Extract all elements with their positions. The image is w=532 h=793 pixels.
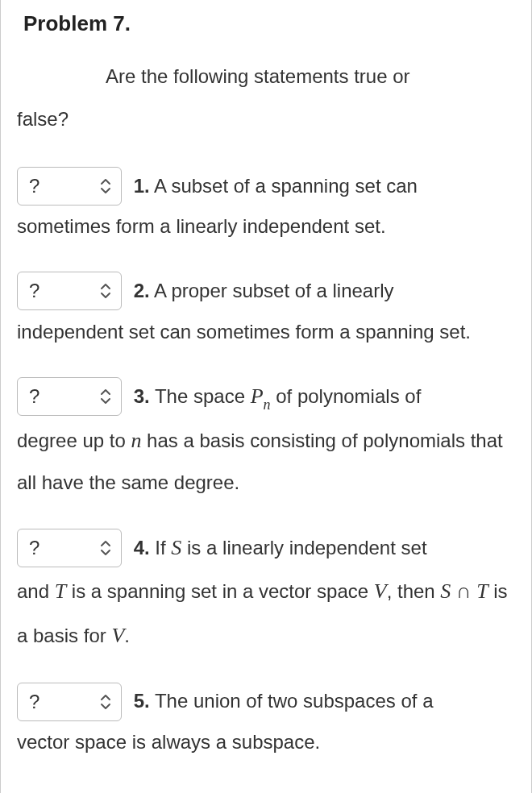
- statement-5: ? 5. The union of two subspaces of a vec…: [17, 680, 515, 762]
- statement-text: 5. The union of two subspaces of a: [134, 691, 434, 712]
- math-var: n: [131, 429, 141, 452]
- statement-text: 3. The space Pn of polynomials of: [134, 385, 422, 407]
- statement-rest: vector space is always a subspace.: [17, 731, 320, 753]
- statement-lead-b: of polynomials of: [271, 385, 422, 407]
- statement-rest-e: .: [124, 625, 130, 646]
- statement-rest-b: is a spanning set in a vector space: [66, 580, 374, 602]
- answer-select-4[interactable]: ?: [17, 529, 122, 567]
- statement-rest-c: , then: [387, 580, 441, 602]
- select-value: ?: [29, 271, 39, 311]
- chevron-up-down-icon: [100, 388, 111, 405]
- statement-1: ? 1. A subset of a spanning set can some…: [17, 165, 515, 247]
- math-sub: n: [264, 396, 271, 413]
- chevron-up-down-icon: [100, 539, 111, 557]
- math-var: T: [476, 579, 488, 603]
- problem-header: Problem 7.: [17, 0, 515, 56]
- math-op: ∩: [451, 579, 476, 603]
- prompt-line1: Are the following statements true or: [106, 65, 410, 87]
- chevron-up-down-icon: [100, 693, 111, 711]
- statement-text: 4. If S is a linearly independent set: [134, 537, 427, 558]
- statement-number: 1.: [134, 175, 150, 197]
- select-value: ?: [29, 682, 39, 722]
- statement-number: 2.: [134, 280, 150, 301]
- math-var: T: [55, 579, 66, 603]
- statement-text: 2. A proper subset of a linearly: [134, 280, 394, 301]
- select-value: ?: [29, 376, 39, 417]
- answer-select-2[interactable]: ?: [17, 272, 122, 310]
- math-var: S: [440, 579, 451, 603]
- math-var: V: [374, 579, 387, 603]
- statement-lead: A proper subset of a linearly: [150, 280, 394, 301]
- statement-lead-b: is a linearly independent set: [181, 537, 426, 558]
- answer-select-5[interactable]: ?: [17, 683, 122, 721]
- statement-rest-a: degree up to: [17, 430, 131, 451]
- statement-3: ? 3. The space Pn of polynomials of degr…: [17, 375, 515, 504]
- statement-lead-a: If: [150, 537, 172, 558]
- math-var: S: [171, 536, 181, 559]
- statement-number: 4.: [134, 537, 150, 558]
- chevron-up-down-icon: [100, 177, 111, 195]
- statement-rest: sometimes form a linearly independent se…: [17, 215, 386, 237]
- math-var: V: [111, 624, 124, 647]
- statement-rest-a: and: [17, 580, 55, 602]
- statement-rest: independent set can sometimes form a spa…: [17, 321, 471, 343]
- statement-rest: degree up to n has a basis consisting of…: [17, 430, 503, 494]
- statement-text: 1. A subset of a spanning set can: [134, 175, 418, 197]
- select-value: ?: [29, 166, 39, 206]
- statement-lead: A subset of a spanning set can: [150, 175, 418, 197]
- problem-prompt: Are the following statements true or fal…: [17, 56, 515, 165]
- statement-rest: and T is a spanning set in a vector spac…: [17, 580, 508, 646]
- statement-2: ? 2. A proper subset of a linearly indep…: [17, 270, 515, 352]
- statement-lead: The union of two subspaces of a: [150, 691, 434, 712]
- math-var: P: [251, 384, 264, 408]
- answer-select-1[interactable]: ?: [17, 167, 122, 206]
- statement-number: 3.: [134, 385, 150, 407]
- statement-4: ? 4. If S is a linearly independent set …: [17, 526, 515, 658]
- answer-select-3[interactable]: ?: [17, 377, 122, 416]
- select-value: ?: [29, 528, 39, 568]
- prompt-line2: false?: [17, 108, 69, 130]
- chevron-up-down-icon: [100, 282, 111, 300]
- statement-number: 5.: [134, 691, 150, 712]
- problem-container: Problem 7. Are the following statements …: [0, 0, 532, 793]
- statement-lead-a: The space: [150, 385, 251, 407]
